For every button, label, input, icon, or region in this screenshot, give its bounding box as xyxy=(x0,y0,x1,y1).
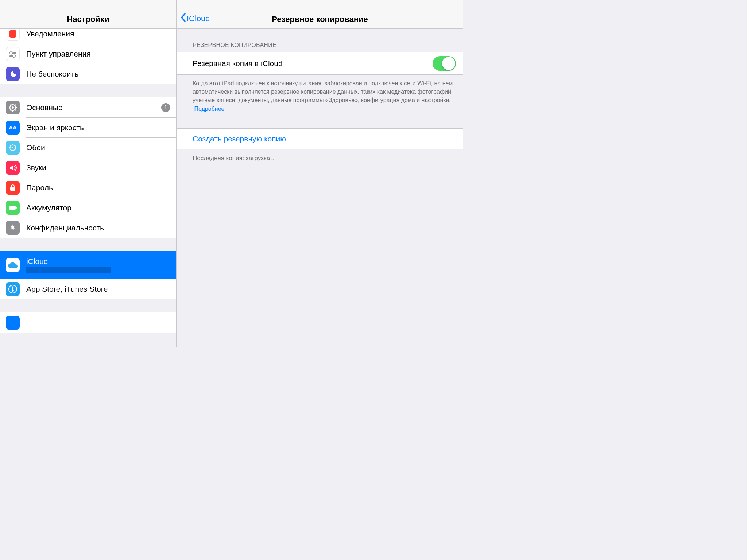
svg-rect-28 xyxy=(9,206,16,210)
svg-point-22 xyxy=(15,147,16,148)
dnd-icon xyxy=(6,67,20,81)
sidebar-item-dnd[interactable]: Не беспокоить xyxy=(0,64,176,84)
sidebar-item-label: Обои xyxy=(26,143,45,152)
icloud-backup-switch[interactable] xyxy=(433,56,456,71)
svg-point-20 xyxy=(12,150,13,151)
sidebar-item-label: Не беспокоить xyxy=(26,70,78,78)
sidebar-item-appstore[interactable]: App Store, iTunes Store xyxy=(0,279,176,299)
svg-point-25 xyxy=(14,145,16,146)
sidebar-item-label: Уведомления xyxy=(26,30,74,38)
sidebar-item-label: Пароль xyxy=(26,183,53,192)
sidebar-item-label: Основные xyxy=(26,103,63,112)
svg-rect-27 xyxy=(10,187,15,191)
display-icon: AA xyxy=(6,121,20,135)
sidebar-item-label: Аккумулятор xyxy=(26,203,71,212)
chevron-left-icon xyxy=(180,13,186,24)
sidebar-item-label: Звуки xyxy=(26,163,46,172)
svg-point-4 xyxy=(10,51,13,54)
sidebar-title: Настройки xyxy=(67,15,109,24)
svg-point-23 xyxy=(10,145,12,146)
back-button[interactable]: ICloud xyxy=(180,13,210,24)
detail-header: ICloud Резервное копирование xyxy=(177,0,463,29)
svg-point-26 xyxy=(10,149,12,150)
last-backup-label: Последняя копия: загрузка… xyxy=(177,149,463,162)
svg-point-6 xyxy=(13,55,16,58)
icloud-icon xyxy=(6,258,20,272)
next-icon xyxy=(6,316,20,330)
sidebar-item-notifications[interactable]: Уведомления xyxy=(0,29,176,44)
svg-line-14 xyxy=(15,110,16,110)
backup-description: Когда этот iPad подключен к источнику пи… xyxy=(177,75,463,113)
section-header: РЕЗЕРВНОЕ КОПИРОВАНИЕ xyxy=(177,29,463,52)
sounds-icon xyxy=(6,161,20,175)
svg-rect-29 xyxy=(16,207,17,209)
svg-line-16 xyxy=(10,110,11,110)
svg-point-24 xyxy=(14,149,16,150)
sidebar-item-icloud[interactable]: iCloud xyxy=(0,251,176,279)
switch-label: Резервная копия в iCloud xyxy=(193,59,283,68)
svg-line-15 xyxy=(15,105,16,105)
learn-more-link[interactable]: Подробнее xyxy=(194,106,224,112)
privacy-icon xyxy=(6,221,20,235)
sidebar-item-label: Экран и яркость xyxy=(26,123,84,132)
backup-switch-cell: Резервная копия в iCloud xyxy=(177,52,463,75)
svg-point-19 xyxy=(12,144,13,145)
badge: 1 xyxy=(161,103,170,112)
sidebar-item-sounds[interactable]: Звуки xyxy=(0,158,176,178)
detail-title: Резервное копирование xyxy=(272,15,368,24)
svg-point-8 xyxy=(12,106,14,109)
sidebar-header: Настройки xyxy=(0,0,176,29)
sidebar-item-battery[interactable]: Аккумулятор xyxy=(0,198,176,218)
svg-point-2 xyxy=(13,30,16,33)
svg-point-21 xyxy=(9,147,11,148)
backup-now-button[interactable]: Создать резервную копию xyxy=(177,129,463,149)
wallpaper-icon xyxy=(6,141,20,155)
notifications-icon xyxy=(6,29,20,41)
sidebar-item-control-center[interactable]: Пункт управления xyxy=(0,44,176,64)
svg-point-18 xyxy=(12,147,13,148)
control-center-icon xyxy=(6,47,20,61)
detail-pane: ICloud Резервное копирование РЕЗЕРВНОЕ К… xyxy=(177,0,463,347)
sidebar-item-label: App Store, iTunes Store xyxy=(26,285,108,293)
settings-sidebar: Настройки Bluetooth Вкл. Уведомления Пун… xyxy=(0,0,177,347)
passcode-icon xyxy=(6,181,20,195)
sidebar-item-label: Пункт управления xyxy=(26,50,91,58)
sidebar-item-label: iCloud xyxy=(26,257,111,266)
sidebar-item-wallpaper[interactable]: Обои xyxy=(0,137,176,158)
general-icon xyxy=(6,101,20,114)
sidebar-item-display[interactable]: AA Экран и яркость xyxy=(0,117,176,137)
sidebar-item-passcode[interactable]: Пароль xyxy=(0,178,176,198)
sidebar-item-general[interactable]: Основные 1 xyxy=(0,97,176,117)
sidebar-item-privacy[interactable]: Конфиденциальность xyxy=(0,218,176,238)
sidebar-item-next[interactable] xyxy=(0,312,176,332)
battery-icon xyxy=(6,201,20,215)
back-label: ICloud xyxy=(187,14,210,23)
svg-line-13 xyxy=(10,105,11,105)
appstore-icon xyxy=(6,282,20,296)
sidebar-item-label: Конфиденциальность xyxy=(26,223,104,232)
redacted-account xyxy=(26,267,111,273)
